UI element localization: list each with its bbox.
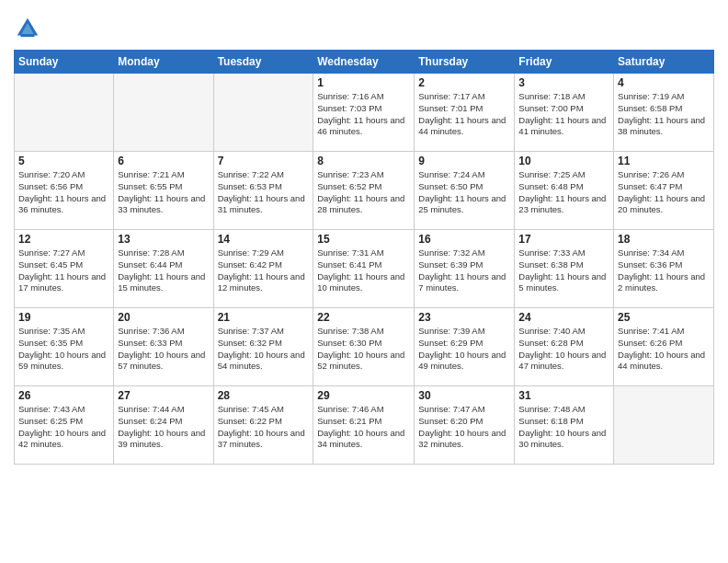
day-number: 22 (317, 311, 410, 324)
header (14, 9, 714, 42)
calendar-table: SundayMondayTuesdayWednesdayThursdayFrid… (14, 50, 714, 465)
day-number: 8 (317, 155, 410, 167)
day-cell-11: 11Sunrise: 7:26 AM Sunset: 6:47 PM Dayli… (614, 152, 714, 230)
day-info: Sunrise: 7:46 AM Sunset: 6:21 PM Dayligh… (317, 404, 410, 451)
day-cell-17: 17Sunrise: 7:33 AM Sunset: 6:38 PM Dayli… (515, 230, 614, 308)
weekday-header-saturday: Saturday (614, 51, 714, 74)
day-info: Sunrise: 7:31 AM Sunset: 6:41 PM Dayligh… (317, 247, 410, 294)
day-number: 24 (518, 311, 609, 324)
day-info: Sunrise: 7:27 AM Sunset: 6:45 PM Dayligh… (18, 247, 109, 294)
day-cell-5: 5Sunrise: 7:20 AM Sunset: 6:56 PM Daylig… (15, 152, 114, 230)
page: SundayMondayTuesdayWednesdayThursdayFrid… (0, 0, 728, 563)
day-cell-22: 22Sunrise: 7:38 AM Sunset: 6:30 PM Dayli… (313, 308, 415, 386)
day-cell-15: 15Sunrise: 7:31 AM Sunset: 6:41 PM Dayli… (313, 230, 415, 308)
day-info: Sunrise: 7:44 AM Sunset: 6:24 PM Dayligh… (118, 404, 209, 451)
day-cell-10: 10Sunrise: 7:25 AM Sunset: 6:48 PM Dayli… (515, 152, 614, 230)
day-number: 14 (218, 233, 310, 246)
day-cell-31: 31Sunrise: 7:48 AM Sunset: 6:18 PM Dayli… (515, 386, 614, 465)
empty-cell (114, 74, 213, 152)
day-cell-9: 9Sunrise: 7:24 AM Sunset: 6:50 PM Daylig… (415, 152, 515, 230)
day-cell-27: 27Sunrise: 7:44 AM Sunset: 6:24 PM Dayli… (114, 386, 213, 465)
week-row-5: 26Sunrise: 7:43 AM Sunset: 6:25 PM Dayli… (15, 386, 714, 465)
day-cell-14: 14Sunrise: 7:29 AM Sunset: 6:42 PM Dayli… (213, 230, 313, 308)
weekday-header-tuesday: Tuesday (213, 51, 313, 74)
empty-cell (15, 74, 114, 152)
day-info: Sunrise: 7:22 AM Sunset: 6:53 PM Dayligh… (218, 169, 310, 216)
day-info: Sunrise: 7:20 AM Sunset: 6:56 PM Dayligh… (18, 169, 109, 216)
day-number: 12 (18, 233, 109, 246)
logo-icon (14, 15, 41, 42)
day-number: 15 (317, 233, 410, 246)
day-number: 1 (317, 76, 410, 89)
weekday-header-friday: Friday (515, 51, 614, 74)
day-number: 25 (618, 311, 710, 324)
day-info: Sunrise: 7:32 AM Sunset: 6:39 PM Dayligh… (418, 247, 510, 294)
week-row-3: 12Sunrise: 7:27 AM Sunset: 6:45 PM Dayli… (15, 230, 714, 308)
day-info: Sunrise: 7:21 AM Sunset: 6:55 PM Dayligh… (118, 169, 209, 216)
day-info: Sunrise: 7:26 AM Sunset: 6:47 PM Dayligh… (618, 169, 710, 216)
day-info: Sunrise: 7:37 AM Sunset: 6:32 PM Dayligh… (218, 326, 310, 373)
day-cell-7: 7Sunrise: 7:22 AM Sunset: 6:53 PM Daylig… (213, 152, 313, 230)
day-cell-30: 30Sunrise: 7:47 AM Sunset: 6:20 PM Dayli… (415, 386, 515, 465)
week-row-1: 1Sunrise: 7:16 AM Sunset: 7:03 PM Daylig… (15, 74, 714, 152)
day-number: 18 (618, 233, 710, 246)
day-cell-26: 26Sunrise: 7:43 AM Sunset: 6:25 PM Dayli… (15, 386, 114, 465)
day-cell-1: 1Sunrise: 7:16 AM Sunset: 7:03 PM Daylig… (313, 74, 415, 152)
day-info: Sunrise: 7:45 AM Sunset: 6:22 PM Dayligh… (218, 404, 310, 451)
day-info: Sunrise: 7:23 AM Sunset: 6:52 PM Dayligh… (317, 169, 410, 216)
week-row-2: 5Sunrise: 7:20 AM Sunset: 6:56 PM Daylig… (15, 152, 714, 230)
day-number: 23 (418, 311, 510, 324)
day-info: Sunrise: 7:47 AM Sunset: 6:20 PM Dayligh… (418, 404, 510, 451)
day-cell-21: 21Sunrise: 7:37 AM Sunset: 6:32 PM Dayli… (213, 308, 313, 386)
day-cell-24: 24Sunrise: 7:40 AM Sunset: 6:28 PM Dayli… (515, 308, 614, 386)
day-cell-12: 12Sunrise: 7:27 AM Sunset: 6:45 PM Dayli… (15, 230, 114, 308)
day-info: Sunrise: 7:16 AM Sunset: 7:03 PM Dayligh… (317, 91, 410, 138)
day-info: Sunrise: 7:24 AM Sunset: 6:50 PM Dayligh… (418, 169, 510, 216)
day-info: Sunrise: 7:34 AM Sunset: 6:36 PM Dayligh… (618, 247, 710, 294)
day-info: Sunrise: 7:48 AM Sunset: 6:18 PM Dayligh… (518, 404, 609, 451)
day-number: 10 (518, 155, 609, 167)
day-cell-18: 18Sunrise: 7:34 AM Sunset: 6:36 PM Dayli… (614, 230, 714, 308)
day-number: 7 (218, 155, 310, 167)
day-number: 27 (118, 389, 209, 402)
day-info: Sunrise: 7:29 AM Sunset: 6:42 PM Dayligh… (218, 247, 310, 294)
day-number: 6 (118, 155, 209, 167)
day-cell-16: 16Sunrise: 7:32 AM Sunset: 6:39 PM Dayli… (415, 230, 515, 308)
day-number: 21 (218, 311, 310, 324)
week-row-4: 19Sunrise: 7:35 AM Sunset: 6:35 PM Dayli… (15, 308, 714, 386)
day-number: 9 (418, 155, 510, 167)
svg-rect-2 (21, 34, 35, 37)
weekday-header-monday: Monday (114, 51, 213, 74)
day-info: Sunrise: 7:35 AM Sunset: 6:35 PM Dayligh… (18, 326, 109, 373)
day-info: Sunrise: 7:18 AM Sunset: 7:00 PM Dayligh… (518, 91, 609, 138)
day-cell-29: 29Sunrise: 7:46 AM Sunset: 6:21 PM Dayli… (313, 386, 415, 465)
day-info: Sunrise: 7:17 AM Sunset: 7:01 PM Dayligh… (418, 91, 510, 138)
day-cell-28: 28Sunrise: 7:45 AM Sunset: 6:22 PM Dayli… (213, 386, 313, 465)
day-cell-13: 13Sunrise: 7:28 AM Sunset: 6:44 PM Dayli… (114, 230, 213, 308)
day-info: Sunrise: 7:28 AM Sunset: 6:44 PM Dayligh… (118, 247, 209, 294)
day-info: Sunrise: 7:39 AM Sunset: 6:29 PM Dayligh… (418, 326, 510, 373)
day-cell-20: 20Sunrise: 7:36 AM Sunset: 6:33 PM Dayli… (114, 308, 213, 386)
day-cell-19: 19Sunrise: 7:35 AM Sunset: 6:35 PM Dayli… (15, 308, 114, 386)
day-number: 13 (118, 233, 209, 246)
logo (14, 15, 45, 42)
day-number: 29 (317, 389, 410, 402)
day-number: 5 (18, 155, 109, 167)
empty-cell (614, 386, 714, 465)
day-number: 20 (118, 311, 209, 324)
day-cell-6: 6Sunrise: 7:21 AM Sunset: 6:55 PM Daylig… (114, 152, 213, 230)
day-cell-8: 8Sunrise: 7:23 AM Sunset: 6:52 PM Daylig… (313, 152, 415, 230)
day-info: Sunrise: 7:33 AM Sunset: 6:38 PM Dayligh… (518, 247, 609, 294)
day-cell-3: 3Sunrise: 7:18 AM Sunset: 7:00 PM Daylig… (515, 74, 614, 152)
day-info: Sunrise: 7:36 AM Sunset: 6:33 PM Dayligh… (118, 326, 209, 373)
day-number: 19 (18, 311, 109, 324)
day-cell-2: 2Sunrise: 7:17 AM Sunset: 7:01 PM Daylig… (415, 74, 515, 152)
day-number: 17 (518, 233, 609, 246)
day-number: 28 (218, 389, 310, 402)
day-info: Sunrise: 7:19 AM Sunset: 6:58 PM Dayligh… (618, 91, 710, 138)
day-number: 3 (518, 76, 609, 89)
day-number: 31 (518, 389, 609, 402)
day-info: Sunrise: 7:41 AM Sunset: 6:26 PM Dayligh… (618, 326, 710, 373)
day-cell-23: 23Sunrise: 7:39 AM Sunset: 6:29 PM Dayli… (415, 308, 515, 386)
day-number: 2 (418, 76, 510, 89)
